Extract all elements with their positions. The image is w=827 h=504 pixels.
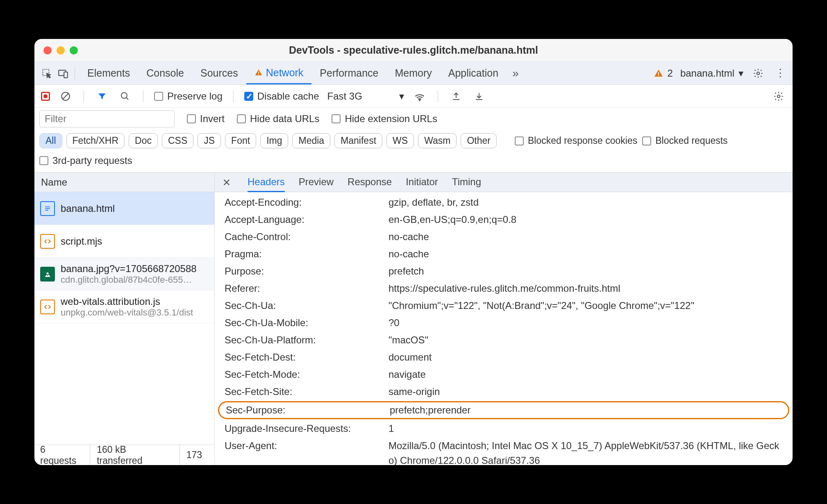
detail-tab-timing[interactable]: Timing — [452, 176, 481, 188]
tab-application[interactable]: Application — [440, 62, 507, 84]
detail-tab-preview[interactable]: Preview — [299, 176, 334, 188]
type-chip-ws[interactable]: WS — [386, 133, 414, 148]
type-chip-fetchxhr[interactable]: Fetch/XHR — [66, 133, 125, 148]
settings-gear-icon[interactable] — [751, 66, 766, 81]
hide-extension-urls-checkbox[interactable]: Hide extension URLs — [332, 113, 437, 125]
header-row: Upgrade-Insecure-Requests:1 — [215, 420, 793, 437]
header-row: User-Agent:Mozilla/5.0 (Macintosh; Intel… — [215, 437, 793, 465]
detail-tab-headers[interactable]: Headers — [248, 176, 285, 192]
preserve-log-checkbox[interactable]: Preserve log — [154, 91, 223, 102]
download-har-icon[interactable] — [472, 89, 486, 104]
hide-data-urls-checkbox[interactable]: Hide data URLs — [237, 113, 319, 125]
name-column-header[interactable]: Name — [34, 173, 214, 192]
type-chip-css[interactable]: CSS — [162, 133, 193, 148]
kebab-menu-icon[interactable]: ⋮ — [773, 66, 788, 81]
record-button[interactable] — [41, 92, 50, 101]
device-toolbar-icon[interactable] — [56, 66, 70, 81]
detail-pane: HeadersPreviewResponseInitiatorTiming Ac… — [215, 173, 793, 465]
tab-console[interactable]: Console — [138, 62, 192, 84]
maximize-window-button[interactable] — [70, 46, 78, 54]
request-row[interactable]: web-vitals.attribution.jsunpkg.com/web-v… — [34, 291, 214, 323]
filter-bar: Invert Hide data URLs Hide extension URL… — [34, 108, 793, 130]
header-name: Sec-Ch-Ua-Platform: — [225, 333, 389, 347]
header-name: Sec-Fetch-Dest: — [225, 350, 389, 365]
header-value: "Chromium";v="122", "Not(A:Brand";v="24"… — [389, 298, 783, 313]
window-title: DevTools - speculative-rules.glitch.me/b… — [289, 44, 538, 56]
script-icon — [40, 300, 55, 314]
request-row[interactable]: banana.html — [34, 192, 214, 225]
type-chip-js[interactable]: JS — [198, 133, 221, 148]
filter-input[interactable] — [39, 110, 175, 127]
type-chip-img[interactable]: Img — [260, 133, 288, 148]
tab-sources[interactable]: Sources — [192, 62, 246, 84]
content-area: Name banana.htmlscript.mjsbanana.jpg?v=1… — [34, 173, 793, 465]
clear-button[interactable] — [58, 89, 73, 104]
tab-memory[interactable]: Memory — [386, 62, 440, 84]
more-tabs-icon[interactable]: » — [508, 66, 523, 81]
header-row: Sec-Fetch-Mode:navigate — [215, 366, 793, 383]
titlebar: DevTools - speculative-rules.glitch.me/b… — [34, 39, 793, 62]
header-row: Pragma:no-cache — [215, 245, 793, 263]
throttling-select[interactable]: Fast 3G ▾ — [327, 91, 404, 102]
context-selector[interactable]: banana.html ▾ — [680, 68, 743, 79]
header-value: prefetch;prerender — [390, 403, 782, 418]
request-row[interactable]: script.mjs — [34, 225, 214, 258]
upload-har-icon[interactable] — [449, 89, 463, 104]
blocked-requests-checkbox[interactable]: Blocked requests — [642, 135, 727, 146]
type-chip-media[interactable]: Media — [292, 133, 330, 148]
warning-icon — [254, 68, 263, 77]
warning-count: 2 — [668, 68, 673, 79]
transferred-size: 160 kB transferred — [90, 444, 179, 465]
status-bar: 6 requests 160 kB transferred 173 — [34, 445, 214, 465]
devtools-window: DevTools - speculative-rules.glitch.me/b… — [34, 39, 793, 465]
tab-network[interactable]: Network — [246, 62, 312, 84]
close-window-button[interactable] — [43, 46, 52, 54]
header-name: Sec-Ch-Ua-Mobile: — [225, 316, 389, 330]
request-domain: unpkg.com/web-vitals@3.5.1/dist — [61, 307, 193, 318]
tab-elements[interactable]: Elements — [79, 62, 138, 84]
header-name: Sec-Fetch-Site: — [225, 384, 389, 399]
detail-tab-response[interactable]: Response — [348, 176, 392, 188]
close-detail-icon[interactable] — [222, 178, 231, 187]
third-party-checkbox[interactable]: 3rd-party requests — [39, 155, 788, 166]
search-icon[interactable] — [118, 89, 132, 104]
tab-performance[interactable]: Performance — [311, 62, 386, 84]
main-tabs: ElementsConsoleSourcesNetworkPerformance… — [34, 62, 793, 85]
svg-line-9 — [63, 93, 68, 99]
header-name: Pragma: — [225, 247, 389, 261]
request-row[interactable]: banana.jpg?v=1705668720588cdn.glitch.glo… — [34, 258, 214, 291]
header-name: Referer: — [225, 281, 389, 296]
header-row: Purpose:prefetch — [215, 263, 793, 280]
svg-point-12 — [419, 100, 420, 100]
type-chip-other[interactable]: Other — [461, 133, 497, 148]
minimize-window-button[interactable] — [57, 46, 65, 54]
blocked-cookies-checkbox[interactable]: Blocked response cookies — [515, 135, 637, 146]
header-value: no-cache — [389, 229, 783, 244]
header-value: gzip, deflate, br, zstd — [389, 195, 783, 210]
detail-tab-initiator[interactable]: Initiator — [406, 176, 438, 188]
type-chip-wasm[interactable]: Wasm — [418, 133, 457, 148]
svg-rect-3 — [258, 72, 259, 74]
svg-rect-4 — [258, 74, 259, 75]
invert-checkbox[interactable]: Invert — [187, 113, 225, 125]
network-conditions-icon[interactable] — [412, 89, 427, 104]
header-row: Sec-Ch-Ua-Mobile:?0 — [215, 314, 793, 331]
header-value: document — [389, 350, 783, 365]
svg-rect-6 — [658, 75, 659, 76]
type-chip-doc[interactable]: Doc — [129, 133, 158, 148]
type-chip-all[interactable]: All — [39, 133, 62, 148]
panel-settings-gear-icon[interactable] — [771, 89, 786, 104]
request-name: banana.html — [61, 203, 115, 214]
header-row: Sec-Fetch-Dest:document — [215, 349, 793, 366]
header-value: no-cache — [389, 247, 783, 261]
header-row: Sec-Ch-Ua:"Chromium";v="122", "Not(A:Bra… — [215, 297, 793, 314]
header-name: Accept-Language: — [225, 212, 389, 227]
filter-icon[interactable] — [95, 89, 109, 104]
disable-cache-checkbox[interactable]: Disable cache — [244, 91, 319, 102]
type-chip-font[interactable]: Font — [225, 133, 256, 148]
inspect-icon[interactable] — [39, 66, 54, 81]
issues-badge[interactable]: 2 — [654, 68, 673, 79]
type-chip-manifest[interactable]: Manifest — [334, 133, 382, 148]
svg-rect-5 — [658, 72, 659, 75]
header-value: en-GB,en-US;q=0.9,en;q=0.8 — [389, 212, 783, 227]
